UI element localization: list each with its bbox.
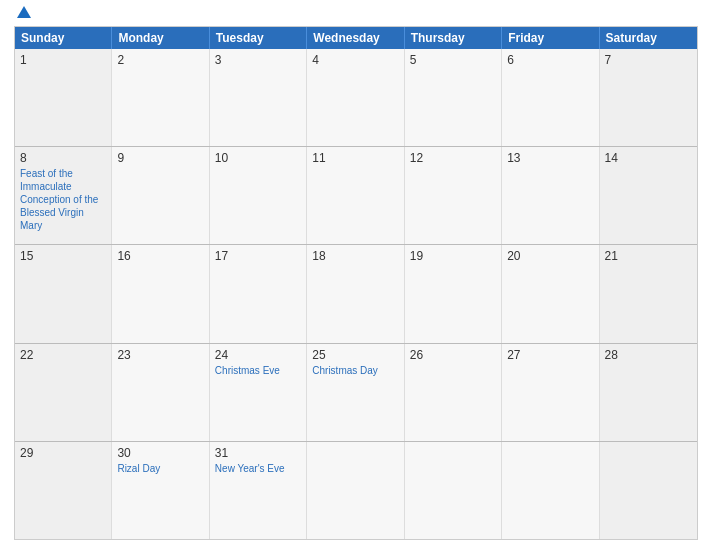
cal-header-tuesday: Tuesday (210, 27, 307, 49)
cal-cell: 28 (600, 344, 697, 441)
calendar: SundayMondayTuesdayWednesdayThursdayFrid… (14, 26, 698, 540)
calendar-week-3: 15161718192021 (15, 245, 697, 343)
cal-cell: 11 (307, 147, 404, 244)
cal-cell: 4 (307, 49, 404, 146)
cal-cell: 30Rizal Day (112, 442, 209, 539)
cal-cell: 20 (502, 245, 599, 342)
day-number: 7 (605, 53, 692, 67)
calendar-week-4: 222324Christmas Eve25Christmas Day262728 (15, 344, 697, 442)
cal-cell: 21 (600, 245, 697, 342)
holiday-name: Christmas Day (312, 364, 398, 377)
logo-triangle-icon (17, 6, 31, 18)
cal-header-sunday: Sunday (15, 27, 112, 49)
day-number: 24 (215, 348, 301, 362)
day-number: 27 (507, 348, 593, 362)
day-number: 21 (605, 249, 692, 263)
cal-cell: 1 (15, 49, 112, 146)
header (14, 10, 698, 18)
calendar-week-5: 2930Rizal Day31New Year's Eve (15, 442, 697, 539)
cal-cell (502, 442, 599, 539)
cal-cell: 9 (112, 147, 209, 244)
cal-cell: 14 (600, 147, 697, 244)
day-number: 9 (117, 151, 203, 165)
cal-header-monday: Monday (112, 27, 209, 49)
cal-cell: 31New Year's Eve (210, 442, 307, 539)
holiday-name: Feast of the Immaculate Conception of th… (20, 167, 106, 232)
cal-cell: 18 (307, 245, 404, 342)
day-number: 25 (312, 348, 398, 362)
day-number: 28 (605, 348, 692, 362)
page: SundayMondayTuesdayWednesdayThursdayFrid… (0, 0, 712, 550)
cal-cell: 6 (502, 49, 599, 146)
holiday-name: New Year's Eve (215, 462, 301, 475)
cal-header-wednesday: Wednesday (307, 27, 404, 49)
cal-cell: 15 (15, 245, 112, 342)
calendar-body: 12345678Feast of the Immaculate Concepti… (15, 49, 697, 539)
cal-cell: 7 (600, 49, 697, 146)
cal-cell: 5 (405, 49, 502, 146)
cal-cell: 23 (112, 344, 209, 441)
day-number: 3 (215, 53, 301, 67)
calendar-week-2: 8Feast of the Immaculate Conception of t… (15, 147, 697, 245)
day-number: 2 (117, 53, 203, 67)
holiday-name: Rizal Day (117, 462, 203, 475)
day-number: 8 (20, 151, 106, 165)
day-number: 18 (312, 249, 398, 263)
day-number: 14 (605, 151, 692, 165)
cal-cell: 17 (210, 245, 307, 342)
day-number: 13 (507, 151, 593, 165)
cal-cell (600, 442, 697, 539)
day-number: 15 (20, 249, 106, 263)
day-number: 26 (410, 348, 496, 362)
cal-cell: 24Christmas Eve (210, 344, 307, 441)
cal-cell: 27 (502, 344, 599, 441)
cal-cell: 29 (15, 442, 112, 539)
cal-cell: 13 (502, 147, 599, 244)
cal-cell: 19 (405, 245, 502, 342)
cal-header-thursday: Thursday (405, 27, 502, 49)
day-number: 29 (20, 446, 106, 460)
calendar-header-row: SundayMondayTuesdayWednesdayThursdayFrid… (15, 27, 697, 49)
cal-cell: 25Christmas Day (307, 344, 404, 441)
day-number: 4 (312, 53, 398, 67)
day-number: 30 (117, 446, 203, 460)
day-number: 17 (215, 249, 301, 263)
cal-cell: 3 (210, 49, 307, 146)
day-number: 31 (215, 446, 301, 460)
cal-cell: 8Feast of the Immaculate Conception of t… (15, 147, 112, 244)
cal-cell: 16 (112, 245, 209, 342)
day-number: 5 (410, 53, 496, 67)
cal-cell (405, 442, 502, 539)
holiday-name: Christmas Eve (215, 364, 301, 377)
day-number: 11 (312, 151, 398, 165)
day-number: 16 (117, 249, 203, 263)
cal-cell: 12 (405, 147, 502, 244)
cal-cell: 10 (210, 147, 307, 244)
cal-cell: 22 (15, 344, 112, 441)
cal-cell: 26 (405, 344, 502, 441)
day-number: 22 (20, 348, 106, 362)
cal-cell (307, 442, 404, 539)
day-number: 20 (507, 249, 593, 263)
cal-header-saturday: Saturday (600, 27, 697, 49)
cal-cell: 2 (112, 49, 209, 146)
calendar-week-1: 1234567 (15, 49, 697, 147)
day-number: 6 (507, 53, 593, 67)
logo (14, 10, 31, 18)
day-number: 10 (215, 151, 301, 165)
day-number: 1 (20, 53, 106, 67)
day-number: 12 (410, 151, 496, 165)
cal-header-friday: Friday (502, 27, 599, 49)
day-number: 19 (410, 249, 496, 263)
day-number: 23 (117, 348, 203, 362)
